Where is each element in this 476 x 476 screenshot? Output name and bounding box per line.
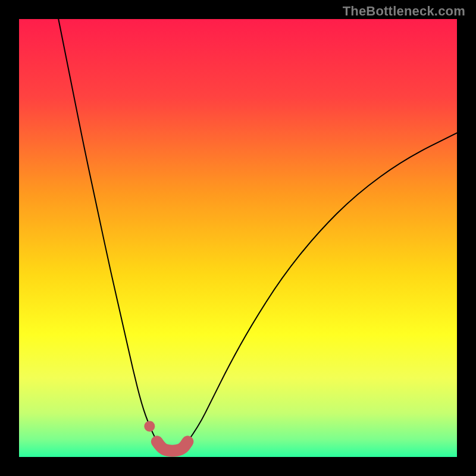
plot-area: [19, 19, 457, 457]
highlight-dot: [144, 421, 155, 431]
watermark-text: TheBottleneck.com: [343, 4, 465, 19]
chart-frame: TheBottleneck.com: [0, 0, 476, 476]
gradient-fill: [19, 19, 457, 457]
chart-svg: [19, 19, 457, 457]
